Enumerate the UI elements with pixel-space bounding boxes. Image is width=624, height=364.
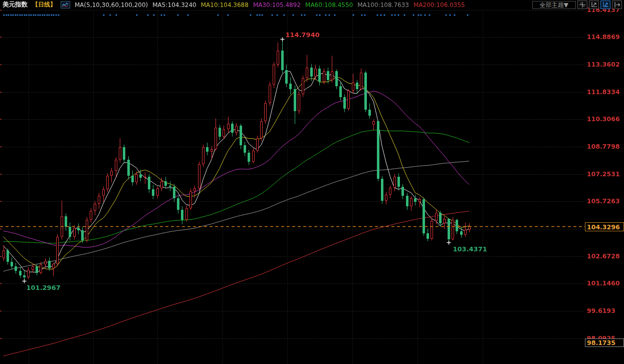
last-price-box: 104.3296	[585, 222, 624, 231]
ma10-legend: MA10:104.3688	[201, 2, 249, 9]
secondary-price-value: 98.1735	[585, 339, 615, 346]
axis-tick-label: 113.3602	[587, 61, 620, 68]
swing-low-label: 103.4371	[453, 245, 487, 253]
y-axis-scale-icon[interactable]	[589, 1, 599, 9]
pan-right-icon[interactable]	[612, 1, 622, 9]
swing-low-label: 101.2967	[27, 284, 61, 291]
chart-toolbar: 全部主题▼	[532, 1, 622, 9]
period-tag: 【日线】	[32, 1, 56, 9]
axis-tick-label: 99.6193	[587, 307, 615, 314]
ma-group-label: MA(5,10,30,60,100,200)	[75, 2, 148, 9]
axis-tick-label: 110.3066	[587, 115, 620, 123]
swing-high-label: 114.7940	[286, 31, 320, 39]
ma30-legend: MA30:105.4892	[253, 2, 301, 9]
axis-tick-label: 114.8869	[587, 33, 620, 41]
instrument-title: 美元指数	[3, 1, 28, 9]
ma100-legend: MA100:108.7633	[357, 2, 409, 9]
axis-tick-label: 102.6728	[587, 252, 620, 260]
secondary-price-box: 98.1735	[585, 338, 624, 347]
ma200-legend: MA200:106.0355	[413, 2, 465, 9]
chart-canvas[interactable]	[0, 0, 624, 364]
ma5-legend: MA5:104.3240	[152, 2, 196, 9]
crosshair-icon[interactable]	[577, 1, 587, 9]
axis-tick-label: 105.7263	[587, 197, 620, 205]
y-axis-scale-active-icon[interactable]	[600, 1, 610, 9]
chart-header: 美元指数 【日线】 MA(5,10,30,60,100,200) MA5:104…	[0, 0, 624, 10]
axis-tick-label: 111.8334	[587, 88, 620, 96]
last-price-value: 104.3296	[585, 223, 620, 231]
themes-dropdown-button[interactable]: 全部主题▼	[532, 1, 576, 9]
ma60-legend: MA60:108.4550	[305, 2, 353, 9]
indicator-icon[interactable]	[61, 1, 70, 9]
axis-tick-label: 101.1460	[587, 279, 620, 287]
axis-tick-label: 108.7798	[587, 143, 620, 150]
axis-tick-label: 107.2531	[587, 170, 620, 178]
